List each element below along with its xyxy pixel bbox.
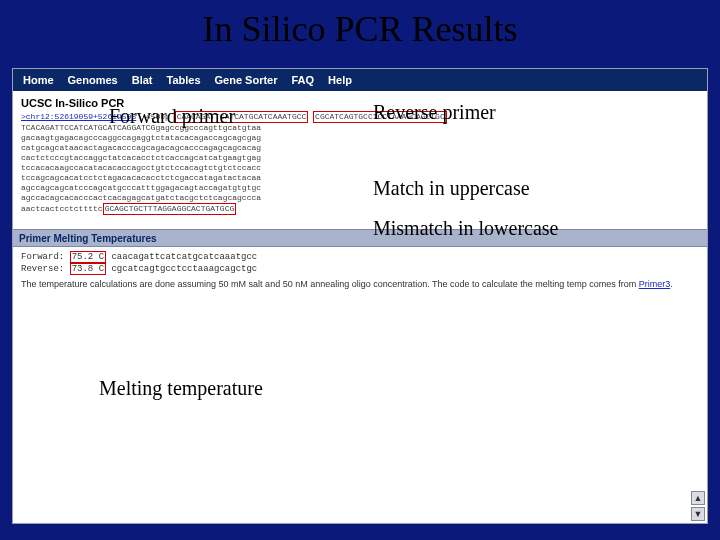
seq-line: catgcagcataacactagacacccagcagacagcacccag…	[21, 143, 261, 152]
slide-title: In Silico PCR Results	[0, 0, 720, 56]
primer3-link[interactable]: Primer3	[639, 279, 671, 289]
label-match-uppercase: Match in uppercase	[373, 177, 530, 200]
nav-genesorter[interactable]: Gene Sorter	[215, 74, 278, 86]
label-mismatch-lowercase: Mismatch in lowercase	[373, 217, 559, 240]
seq-line: tccacacaagccacatacacaccagcctgtctccacagtc…	[21, 163, 261, 172]
melting-note: The temperature calculations are done as…	[13, 277, 707, 295]
nav-tables[interactable]: Tables	[166, 74, 200, 86]
melt-rev-temp-box: 73.8 C	[70, 263, 106, 275]
browser-screenshot: Home Genomes Blat Tables Gene Sorter FAQ…	[12, 68, 708, 524]
melt-fwd-label: Forward:	[21, 252, 64, 262]
seq-line: tccagcagcacatcctctagacacacacctctcgaccata…	[21, 173, 261, 182]
bottom-primer-box: GCAGCTGCTTTAGGAGGCACTGATGCG	[103, 203, 237, 215]
melting-note-text: The temperature calculations are done as…	[21, 279, 639, 289]
seq-line: cactctcccgtaccaggctatcacacctctcaccagcatc…	[21, 153, 261, 162]
scrollbar-corner: ▲ ▼	[691, 491, 705, 521]
seq-line: agccagcagcatcccagcatgcccatttggagacagtacc…	[21, 183, 261, 192]
label-melting-temperature: Melting temperature	[99, 377, 263, 400]
scroll-down-icon[interactable]: ▼	[691, 507, 705, 521]
nav-home[interactable]: Home	[23, 74, 54, 86]
melt-rev-seq: cgcatcagtgcctcctaaagcagctgc	[111, 264, 257, 274]
melt-fwd-temp-box: 75.2 C	[70, 251, 106, 263]
melt-fwd-seq: caacagattcatcatgcatcaaatgcc	[111, 252, 257, 262]
nav-faq[interactable]: FAQ	[291, 74, 314, 86]
melting-section-bar: Primer Melting Temperatures	[13, 229, 707, 247]
seq-line-tail: aactcactcctcttttc	[21, 204, 103, 213]
nav-blat[interactable]: Blat	[132, 74, 153, 86]
melt-rev-label: Reverse:	[21, 264, 64, 274]
label-forward-primer: Forward primer	[109, 105, 235, 128]
seq-line: agccacagcacacccactcacagagcatgatctacgctct…	[21, 193, 261, 202]
scroll-up-icon[interactable]: ▲	[691, 491, 705, 505]
seq-line: gacaagtgagacagcccaggccagaggtctatacacagac…	[21, 133, 261, 142]
melting-output: Forward: 75.2 C caacagattcatcatgcatcaaat…	[13, 247, 707, 277]
nav-genomes[interactable]: Genomes	[68, 74, 118, 86]
label-reverse-primer: Reverse primer	[373, 101, 496, 124]
nav-bar: Home Genomes Blat Tables Gene Sorter FAQ…	[13, 69, 707, 91]
nav-help[interactable]: Help	[328, 74, 352, 86]
